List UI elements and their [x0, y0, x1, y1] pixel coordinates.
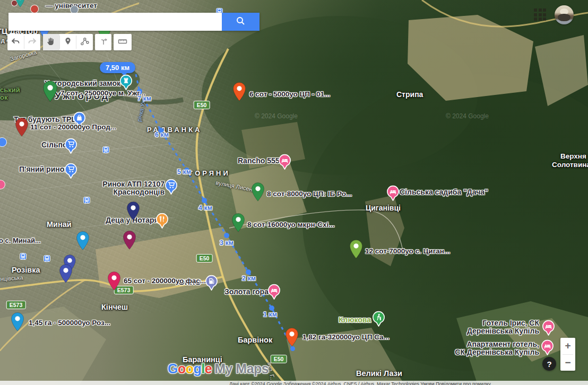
user-pin-label: 11 сот - 200000уо Прод...: [30, 123, 116, 131]
route-distance-label: 5 км: [177, 168, 191, 176]
user-pin[interactable]: [11, 312, 24, 334]
poi-hiking-marker[interactable]: [371, 311, 386, 329]
user-pin[interactable]: [15, 117, 29, 139]
user-pin[interactable]: [349, 239, 363, 261]
street-label: Загорська: [10, 49, 37, 63]
google-my-maps-logo: GoogleMy Maps: [168, 361, 269, 377]
user-pin[interactable]: [285, 327, 299, 349]
user-pin[interactable]: [231, 213, 245, 234]
poi-bed-marker[interactable]: [267, 284, 281, 302]
pan-hand-button[interactable]: [43, 34, 59, 50]
route-waypoint-dot: [269, 305, 274, 311]
route-waypoint-dot: [224, 233, 229, 238]
transit-station-icon[interactable]: [20, 252, 27, 262]
poi-dot-marker[interactable]: [30, 5, 39, 13]
poi-label: Клюкова: [339, 316, 371, 324]
user-pin-label: 1,82 га-320000уо ЦП Са...: [302, 333, 390, 341]
user-avatar[interactable]: [555, 5, 574, 24]
measure-ruler-button[interactable]: [114, 34, 132, 50]
search-input[interactable]: [8, 13, 222, 31]
map-label: Циганівці: [366, 204, 401, 212]
user-pin-label: 65 сот - 200000уо фас...: [124, 277, 206, 285]
poi-bed-marker[interactable]: [540, 339, 555, 357]
map-stage[interactable]: © 2024 Google© 2024 GoogleЗагорськавулиц…: [0, 0, 588, 385]
logo-letter: g: [194, 361, 202, 376]
map-label: Розівка: [12, 266, 40, 274]
street-label: річка Уж: [136, 99, 147, 122]
poi-bed-marker[interactable]: [386, 185, 400, 203]
transit-station-icon[interactable]: [102, 146, 109, 155]
google-apps-grid-icon[interactable]: [534, 8, 546, 21]
route-total-distance-badge: 7,50 км: [100, 62, 135, 73]
user-pin-label: 7 сот - 250000уе м. Ужг...: [60, 89, 145, 97]
add-directions-button[interactable]: [95, 34, 111, 50]
redo-button[interactable]: [24, 34, 41, 50]
transit-station-icon[interactable]: [83, 196, 90, 206]
imagery-watermark: © 2024 Google: [446, 112, 489, 120]
map-label: о с. Минай...: [0, 237, 41, 244]
map-label: Кінчеш: [101, 303, 128, 311]
user-pin[interactable]: [126, 201, 140, 223]
poi-cart-marker[interactable]: [164, 179, 178, 197]
user-pin-label: 12 сот-7000уо с. Циган...: [365, 247, 450, 255]
search-bar: [8, 13, 260, 31]
route-distance-label: 3 км: [220, 239, 234, 247]
zoom-in-button[interactable]: +: [560, 338, 575, 354]
poi-fuel-marker[interactable]: [204, 275, 219, 293]
user-pin[interactable]: [59, 264, 73, 285]
measure-group: [114, 34, 132, 50]
directions-group: [95, 34, 111, 50]
search-icon: [236, 16, 246, 28]
poi-label: П'яний ринок: [19, 165, 68, 173]
help-button[interactable]: ?: [542, 357, 556, 371]
redo-icon: [27, 37, 38, 48]
logo-letter: o: [186, 361, 194, 376]
hand-icon: [46, 36, 56, 49]
map-label: Стрипа: [396, 90, 423, 99]
search-button[interactable]: [222, 13, 260, 31]
user-pin[interactable]: [123, 230, 136, 252]
undo-button[interactable]: [7, 34, 24, 50]
road-badge: E50: [271, 355, 287, 363]
poi-cart-marker[interactable]: [64, 163, 78, 181]
poi-label: Готель Ірис, СКДеренівська Купіль: [467, 319, 539, 335]
zoom-out-button[interactable]: −: [560, 355, 575, 371]
route-waypoint-dot: [246, 269, 251, 275]
my-maps-wordmark: My Maps: [214, 361, 269, 376]
ruler-icon: [117, 36, 128, 49]
poi-bed-marker[interactable]: [541, 320, 556, 338]
map-label: ок: [0, 93, 7, 101]
map-label: Верхня: [560, 152, 586, 160]
poi-label: Сільська садиба "Дача": [400, 188, 488, 196]
draw-tools-group: [43, 34, 93, 50]
map-label: Великі Лази: [356, 369, 402, 378]
user-pin[interactable]: [76, 231, 90, 252]
marker-icon: [63, 36, 73, 49]
user-pin[interactable]: [15, 0, 25, 10]
poi-bed-marker[interactable]: [278, 154, 292, 172]
user-pin[interactable]: [42, 80, 58, 104]
map-label: Минай: [47, 220, 72, 229]
route-distance-label: 4 км: [198, 204, 212, 212]
user-pin[interactable]: [251, 182, 265, 204]
route-waypoint-dot: [202, 198, 207, 203]
poi-restaurant-marker[interactable]: [155, 213, 169, 231]
user-pin[interactable]: [107, 271, 121, 293]
poi-dot-marker[interactable]: [0, 180, 5, 189]
poi-dot-marker[interactable]: [0, 137, 7, 147]
poi-label: Ринок АТП 12107Краснодонців: [102, 180, 165, 196]
user-pin-label: 1,45 га - 500000уо Роз...: [29, 319, 110, 327]
user-pin-label: 8 сот-8000уо ЦП: ІБ Ро...: [267, 190, 352, 198]
map-label: Барвінок: [238, 336, 272, 344]
user-pin[interactable]: [232, 82, 246, 103]
add-marker-button[interactable]: [60, 34, 76, 50]
road-badge: E573: [6, 301, 26, 309]
map-attribution: Дані карт ©2024 Google Зображення ©2024 …: [0, 381, 588, 385]
draw-line-button[interactable]: [76, 34, 93, 50]
logo-letter: e: [205, 361, 212, 376]
map-label: Солотвина: [552, 161, 588, 169]
map-overlay: © 2024 Google© 2024 GoogleЗагорськавулиц…: [0, 0, 588, 385]
poi-cart-marker[interactable]: [64, 138, 78, 156]
logo-letter: G: [168, 361, 178, 376]
transit-station-icon[interactable]: [44, 255, 50, 264]
